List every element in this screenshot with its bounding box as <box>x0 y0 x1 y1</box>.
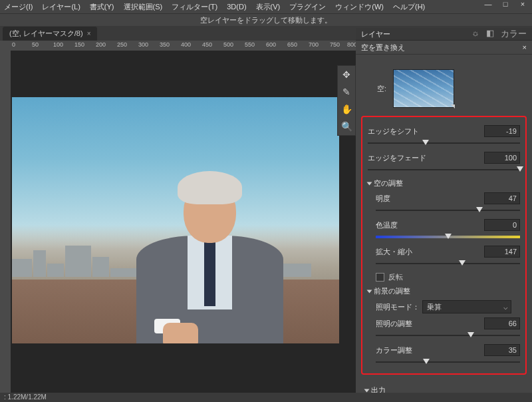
dialog-title: 空を置き換え <box>361 43 405 53</box>
canvas-area[interactable] <box>11 51 356 393</box>
status-text: : 1.22M/1.22M <box>4 393 47 401</box>
menu-item[interactable]: 表示(V) <box>256 2 281 12</box>
edge-fade-label: エッジをフェード <box>368 153 484 163</box>
color-adjust-value[interactable]: 35 <box>484 344 520 356</box>
sky-adjust-section[interactable]: 空の調整 <box>368 178 520 188</box>
ruler-mark: 100 <box>53 41 63 48</box>
dialog-toolstrip: ✥ ✎ ✋ 🔍 <box>337 65 356 136</box>
right-panels: レイヤー ☼ ◧ カラー ✥ ✎ ✋ 🔍 空を置き換え × 空: エッジをシフト… <box>356 28 532 393</box>
scale-slider[interactable] <box>376 259 520 268</box>
document-canvas[interactable] <box>12 97 339 343</box>
workspace <box>0 51 356 393</box>
ruler-mark: 600 <box>266 41 276 48</box>
ruler-mark: 300 <box>138 41 148 48</box>
menu-item[interactable]: メージ(I) <box>4 2 33 12</box>
tab-close-icon[interactable]: × <box>87 30 91 37</box>
ruler-mark: 500 <box>223 41 233 48</box>
menu-item[interactable]: 3D(D) <box>227 3 246 11</box>
sky-preset-thumbnail[interactable] <box>393 69 454 108</box>
minimize-icon[interactable]: — <box>481 0 495 8</box>
zoom-tool-icon[interactable]: 🔍 <box>340 120 352 132</box>
menu-bar: メージ(I) レイヤー(L) 書式(Y) 選択範囲(S) フィルター(T) 3D… <box>0 0 532 13</box>
ruler-mark: 550 <box>245 41 255 48</box>
menu-item[interactable]: フィルター(T) <box>172 2 217 12</box>
menu-item[interactable]: 選択範囲(S) <box>124 2 163 12</box>
temperature-slider[interactable] <box>376 232 520 242</box>
ruler-mark: 250 <box>117 41 127 48</box>
color-sun-icon[interactable]: ☼ <box>471 28 479 40</box>
ruler-mark: 650 <box>287 41 297 48</box>
panel-tabstrip: レイヤー ☼ ◧ カラー <box>356 28 532 40</box>
lighting-adjust-slider[interactable] <box>376 331 520 340</box>
panel-tab-layers[interactable]: レイヤー <box>361 29 390 39</box>
ruler-mark: 750 <box>330 41 340 48</box>
status-bar: : 1.22M/1.22M <box>0 393 532 402</box>
ruler-vertical <box>0 51 11 393</box>
lighting-mode-dropdown[interactable]: 乗算 <box>422 300 511 313</box>
edge-shift-slider[interactable] <box>368 138 520 148</box>
ruler-horizontal: 0 50 100 150 200 250 300 350 400 450 500… <box>0 41 356 51</box>
color-tab-label[interactable]: カラー <box>501 28 527 40</box>
lighting-mode-label: 照明モード： <box>376 302 422 312</box>
hand-tool-icon[interactable]: ✋ <box>340 103 352 115</box>
ruler-mark: 450 <box>202 41 212 48</box>
ruler-mark: 50 <box>32 41 39 48</box>
maximize-icon[interactable]: □ <box>499 0 512 8</box>
color-adjust-slider[interactable] <box>376 357 520 367</box>
brightness-value[interactable]: 47 <box>484 192 520 204</box>
edge-shift-value[interactable]: -19 <box>484 125 520 137</box>
lighting-adjust-label: 照明の調整 <box>376 319 484 329</box>
brightness-label: 明度 <box>376 194 484 204</box>
temperature-value[interactable]: 0 <box>484 219 520 231</box>
ruler-mark: 200 <box>96 41 106 48</box>
tab-label: (空, レイヤーマスク/8) <box>9 29 83 39</box>
edge-shift-label: エッジをシフト <box>368 126 484 136</box>
menu-item[interactable]: 書式(Y) <box>90 2 114 12</box>
menu-item[interactable]: ヘルプ(H) <box>393 2 425 12</box>
ruler-mark: 400 <box>181 41 191 48</box>
swatch-icon[interactable]: ◧ <box>486 28 494 40</box>
close-icon[interactable]: × <box>516 0 529 8</box>
flip-checkbox[interactable] <box>376 273 384 282</box>
scale-label: 拡大・縮小 <box>376 247 484 257</box>
ruler-mark: 150 <box>74 41 84 48</box>
document-tab[interactable]: (空, レイヤーマスク/8) × <box>3 27 97 41</box>
lighting-adjust-value[interactable]: 66 <box>484 317 520 329</box>
foreground-adjust-section[interactable]: 前景の調整 <box>368 286 520 296</box>
ruler-mark: 350 <box>160 41 170 48</box>
section-label: 前景の調整 <box>374 286 410 296</box>
temperature-label: 色温度 <box>376 220 484 230</box>
move-tool-icon[interactable]: ✥ <box>340 69 352 81</box>
color-adjust-label: カラー調整 <box>376 345 484 355</box>
section-label: 空の調整 <box>374 178 403 188</box>
sky-label: 空: <box>377 84 386 94</box>
menu-item[interactable]: ウィンドウ(W) <box>335 2 384 12</box>
menu-item[interactable]: プラグイン <box>289 2 326 12</box>
sky-replace-dialog: 空を置き換え × 空: エッジをシフト-19 エッジをフェード100 空の調整 … <box>356 40 532 402</box>
dialog-close-icon[interactable]: × <box>523 43 527 51</box>
options-bar: 空レイヤーをドラッグして移動します。 <box>0 13 532 26</box>
scale-value[interactable]: 147 <box>484 246 520 258</box>
edge-fade-slider[interactable] <box>368 165 520 174</box>
chevron-down-icon[interactable] <box>451 104 455 108</box>
option-hint: 空レイヤーをドラッグして移動します。 <box>200 15 332 25</box>
brush-tool-icon[interactable]: ✎ <box>340 86 352 98</box>
highlight-box: エッジをシフト-19 エッジをフェード100 空の調整 明度47 色温度0 拡大… <box>361 116 527 375</box>
menu-item[interactable]: レイヤー(L) <box>42 2 80 12</box>
ruler-mark: 700 <box>309 41 319 48</box>
flip-label: 反転 <box>388 272 403 282</box>
edge-fade-value[interactable]: 100 <box>484 152 520 164</box>
brightness-slider[interactable] <box>376 206 520 215</box>
ruler-mark: 0 <box>12 41 15 48</box>
